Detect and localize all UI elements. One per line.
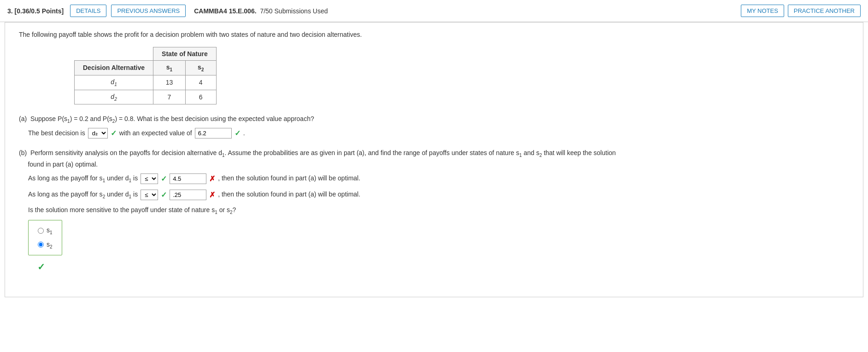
payoff-table-wrapper: State of Nature Decision Alternative s1 … [74, 47, 849, 104]
d1-s1-value: 13 [153, 75, 186, 90]
best-decision-check: ✓ [111, 127, 117, 139]
s2-header: s2 [185, 61, 216, 75]
my-notes-button[interactable]: MY NOTES [741, 5, 784, 17]
s1-suffix: , then the solution found in part (a) wi… [218, 173, 360, 184]
best-decision-prefix: The best decision is [28, 128, 85, 139]
part-a-question: Suppose P(s1) = 0.2 and P(s2) = 0.8. Wha… [30, 115, 314, 122]
content-area: The following payoff table shows the pro… [5, 22, 863, 297]
decision-alt-header: Decision Alternative [75, 61, 153, 75]
part-b-label: (b) [19, 149, 29, 156]
s2-operator-select[interactable]: ≤ ≥ < > [141, 190, 158, 200]
s1-operator-check: ✓ [161, 173, 167, 185]
question-label: 3. [0.36/0.5 Points] [7, 7, 64, 15]
sensitivity-question: Is the solution more sensitive to the pa… [28, 205, 849, 216]
sensitivity-line-s2: As long as the payoff for s2 under d1 is… [28, 189, 849, 201]
s2-value-input[interactable] [170, 190, 206, 200]
sensitivity-line-s1: As long as the payoff for s1 under d1 is… [28, 173, 849, 185]
s1-sensitivity-prefix: As long as the payoff for s1 under d1 is [28, 173, 138, 185]
radio-s2[interactable] [38, 242, 44, 248]
radio-s1-label[interactable]: s1 [38, 225, 53, 237]
radio-s2-text: s2 [47, 239, 53, 251]
radio-s2-label[interactable]: s2 [38, 239, 53, 251]
radio-check-wrapper: ✓ [28, 259, 849, 275]
radio-group-wrapper: s1 s2 [28, 220, 849, 256]
part-b-lines: As long as the payoff for s1 under d1 is… [28, 173, 849, 275]
s2-suffix: , then the solution found in part (a) wi… [218, 189, 360, 200]
details-button[interactable]: DETAILS [70, 5, 106, 17]
s2-operator-check: ✓ [161, 189, 167, 201]
d1-s2-value: 4 [185, 75, 216, 90]
radio-s1-text: s1 [47, 225, 53, 237]
state-of-nature-header: State of Nature [153, 47, 217, 61]
practice-another-button[interactable]: PRACTICE ANOTHER [788, 5, 861, 17]
radio-check: ✓ [37, 262, 45, 272]
expected-value-prefix: with an expected value of [119, 128, 192, 139]
table-row: d1 13 4 [75, 75, 217, 90]
d2-s2-value: 6 [185, 90, 216, 104]
s1-operator-select[interactable]: ≤ ≥ < > [141, 173, 158, 184]
intro-text: The following payoff table shows the pro… [19, 30, 849, 40]
s1-value-input[interactable] [170, 173, 206, 184]
expected-value-input[interactable] [195, 128, 232, 138]
best-decision-select[interactable]: d₁ d₂ [88, 128, 108, 138]
part-a-answer-row: The best decision is d₁ d₂ ✓ with an exp… [28, 127, 849, 139]
part-b-question: Perform sensitivity analysis on the payo… [19, 149, 616, 168]
s1-header: s1 [153, 61, 186, 75]
s1-value-cross: ✗ [209, 173, 215, 185]
payoff-table: State of Nature Decision Alternative s1 … [74, 47, 217, 104]
expected-value-check: ✓ [235, 127, 240, 139]
table-row: d2 7 6 [75, 90, 217, 104]
d2-s1-value: 7 [153, 90, 186, 104]
part-a: (a) Suppose P(s1) = 0.2 and P(s2) = 0.8.… [19, 114, 849, 139]
course-code: CAMMBA4 15.E.006. 7/50 Submissions Used [194, 7, 328, 15]
part-b: (b) Perform sensitivity analysis on the … [19, 148, 849, 275]
previous-answers-button[interactable]: PREVIOUS ANSWERS [111, 5, 186, 17]
top-bar: 3. [0.36/0.5 Points] DETAILS PREVIOUS AN… [0, 0, 868, 22]
part-a-label: (a) [19, 115, 29, 122]
s2-sensitivity-prefix: As long as the payoff for s2 under d1 is [28, 189, 138, 201]
s2-value-cross: ✗ [209, 189, 215, 201]
radio-s1[interactable] [38, 228, 44, 234]
